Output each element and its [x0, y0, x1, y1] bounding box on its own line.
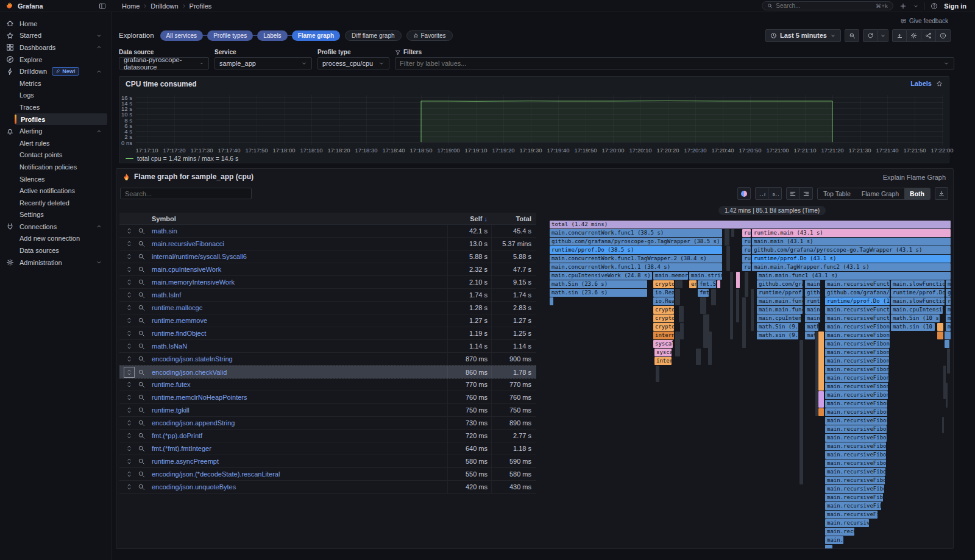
symbol-link[interactable]: main.cpuIntensiveWork	[152, 266, 447, 273]
sidebar-item-active-notifications[interactable]: Active notifications	[0, 185, 111, 197]
pill-all-services[interactable]: All services	[160, 30, 204, 41]
flame-frame[interactable]: total (1.42 mins)	[550, 221, 951, 229]
column-header-self[interactable]: Self ↓	[447, 213, 491, 224]
symbol-link[interactable]: runtime.findObject	[152, 330, 447, 337]
flame-frame[interactable]: interna	[654, 357, 672, 365]
flame-frame-unlabeled[interactable]	[700, 297, 706, 314]
search-symbol-icon[interactable]	[138, 330, 145, 337]
sidebar-item-connections[interactable]: Connections	[0, 221, 111, 233]
search-symbol-icon[interactable]	[138, 253, 145, 260]
flame-frame[interactable]: github.com/grafana/pyro	[825, 289, 890, 297]
flame-frame[interactable]: fmt	[698, 289, 709, 297]
table-row[interactable]: main.recursiveFibonacci13.0 s5.37 mins	[119, 238, 536, 250]
table-row[interactable]: runtime.mallocgc1.28 s2.83 s	[119, 302, 536, 314]
flame-frame[interactable]: main.slowFunction (1	[891, 280, 945, 288]
sidebar-item-explore[interactable]: Explore	[0, 54, 111, 66]
flame-frame[interactable]: main.stringPr	[689, 272, 722, 280]
table-row[interactable]: runtime.memmove1.27 s1.27 s	[119, 314, 536, 327]
refresh-button[interactable]	[863, 29, 878, 42]
flame-frame[interactable]: main.recursiveFibonacci	[825, 502, 881, 510]
collapse-icon[interactable]	[126, 278, 133, 286]
table-row[interactable]: math.sin42.1 s45.4 s	[119, 225, 536, 238]
symbol-link[interactable]: fmt.(*fmt).fmtInteger	[152, 445, 447, 452]
search-input[interactable]	[776, 2, 873, 9]
flame-frame[interactable]: ru	[946, 297, 951, 305]
table-row[interactable]: encoding/json.appendString730 ms890 ms	[119, 417, 536, 430]
label-filter-input[interactable]	[395, 57, 954, 69]
flame-frame[interactable]: run	[742, 263, 751, 271]
sidebar-item-traces[interactable]: Traces	[0, 101, 111, 113]
view-option-both[interactable]: Both	[904, 188, 930, 199]
flame-frame-unlabeled[interactable]	[815, 331, 818, 416]
flame-frame-unlabeled[interactable]	[942, 417, 944, 433]
table-row[interactable]: math.IsInf1.74 s1.74 s	[119, 289, 536, 302]
flame-frame[interactable]: main.recursiveFibonacci	[825, 417, 887, 425]
collapse-icon[interactable]	[126, 381, 133, 388]
collapse-icon[interactable]	[126, 266, 133, 273]
flame-frame-unlabeled[interactable]	[711, 289, 716, 305]
symbol-link[interactable]: encoding/json.(*decodeState).rescanLiter…	[152, 470, 447, 478]
flame-frame[interactable]: main.recursiveFibonacci	[825, 408, 887, 416]
search-symbol-icon[interactable]	[138, 317, 145, 324]
flame-frame[interactable]: main.recursiveFibonacci	[825, 400, 887, 408]
flame-frame-unlabeled[interactable]	[731, 229, 734, 237]
flame-frame[interactable]: main.recursiveFibonacci	[825, 442, 886, 450]
flame-frame[interactable]: run	[742, 246, 751, 254]
flame-frame[interactable]: math	[805, 331, 815, 339]
table-row[interactable]: runtime.futex770 ms770 ms	[119, 378, 536, 391]
flame-frame[interactable]: main.recursiveFibonacci	[825, 511, 878, 519]
flame-frame-unlabeled[interactable]	[751, 289, 754, 331]
flame-frame[interactable]: run	[742, 255, 751, 263]
flame-frame[interactable]: main.recursiveFibonacci	[825, 340, 890, 348]
flame-frame[interactable]: runtime.main (43.1 s)	[752, 229, 951, 237]
flame-frame[interactable]: main.main.func1.1 (	[757, 306, 803, 314]
symbol-link[interactable]: encoding/json.stateInString	[152, 355, 447, 363]
search-symbol-icon[interactable]	[138, 291, 145, 299]
sidebar-item-administration[interactable]: Administration	[0, 257, 111, 269]
sidebar-item-alerting[interactable]: Alerting	[0, 125, 111, 137]
flame-frame[interactable]: github.com/grafana/pyroscope-go.TagWrapp…	[550, 238, 722, 246]
flame-frame[interactable]: runt	[805, 297, 820, 305]
flame-frame[interactable]: main.cpuIntensive	[757, 314, 801, 322]
flame-frame[interactable]: fmt.Spr	[698, 280, 716, 288]
flame-frame[interactable]: main.recursiveFibonacci	[825, 391, 888, 399]
flame-frame[interactable]: main.memoryI	[653, 272, 688, 280]
flame-frame-unlabeled[interactable]	[818, 331, 824, 391]
collapse-icon[interactable]	[126, 253, 133, 260]
symbol-link[interactable]: encoding/json.checkValid	[152, 369, 447, 376]
search-symbol-icon[interactable]	[138, 355, 145, 363]
select-profile-type[interactable]: process_cpu/cpu	[317, 57, 389, 69]
flame-frame-unlabeled[interactable]	[726, 246, 730, 271]
search-symbol-icon[interactable]	[138, 278, 145, 286]
pill-diff-flame-graph[interactable]: Diff flame graph	[345, 30, 401, 41]
flame-frame[interactable]: main.recursiveFibonacci	[825, 425, 887, 433]
flame-frame-unlabeled[interactable]	[937, 331, 943, 339]
breadcrumb-item-profiles[interactable]: Profiles	[190, 2, 212, 10]
flame-frame[interactable]: main.concurrentWork.func1.TagWrapper.2 (…	[550, 255, 722, 263]
flame-frame-unlabeled[interactable]	[800, 340, 803, 484]
flame-frame[interactable]: github.com/grafana/	[757, 280, 803, 288]
symbol-search-input[interactable]	[125, 190, 247, 197]
table-row[interactable]: main.cpuIntensiveWork2.32 s47.7 s	[119, 263, 536, 276]
align-right-button[interactable]	[800, 187, 813, 200]
search-symbol-icon[interactable]	[138, 369, 145, 376]
flame-frame[interactable]: main.recursiveFibonacci	[825, 477, 885, 484]
sidebar-item-drilldown[interactable]: DrilldownNew!	[0, 65, 111, 77]
flame-frame[interactable]: main.recursiveFibonacci	[825, 485, 884, 493]
flame-frame-unlabeled[interactable]	[937, 323, 943, 331]
sidebar-item-starred[interactable]: Starred	[0, 30, 111, 42]
flame-frame[interactable]: main	[805, 314, 820, 322]
flame-frame[interactable]: math.sin (9.18 s	[757, 331, 798, 339]
flame-frame[interactable]: run	[742, 229, 751, 237]
search-symbol-icon[interactable]	[138, 304, 145, 311]
table-row[interactable]: fmt.(*fmt).fmtInteger640 ms1.18 s	[119, 442, 536, 455]
add-chevron-icon[interactable]	[913, 1, 919, 11]
truncate-end-button[interactable]: a..	[768, 187, 782, 200]
sidebar-item-data-sources[interactable]: Data sources	[0, 244, 111, 257]
sidebar-toggle-icon[interactable]	[98, 1, 107, 11]
flame-frame-unlabeled[interactable]	[818, 391, 824, 408]
search-symbol-icon[interactable]	[138, 266, 145, 273]
chart-legend[interactable]: total cpu = 1.42 mins / max = 14.6 s	[126, 155, 238, 162]
view-option-top-table[interactable]: Top Table	[818, 188, 856, 199]
share-button[interactable]	[921, 29, 936, 42]
